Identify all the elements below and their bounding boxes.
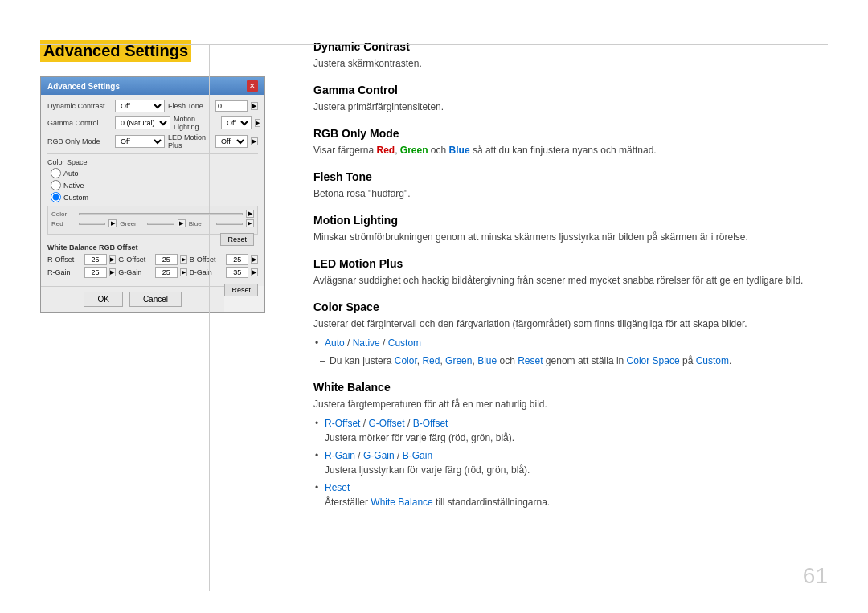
link-g-offset[interactable]: G-Offset (368, 418, 404, 429)
link-native[interactable]: Native (353, 337, 380, 349)
desc-flesh-tone: Betona rosa "hudfärg". (313, 186, 828, 201)
input-g-gain[interactable] (155, 267, 178, 278)
color-arrow[interactable]: ▶ (246, 210, 254, 218)
link-reset[interactable]: Reset (518, 355, 542, 366)
b-offset-arrow[interactable]: ▶ (251, 255, 258, 264)
radio-custom[interactable]: Custom (51, 192, 258, 202)
radio-native[interactable]: Native (51, 180, 258, 190)
vertical-divider (209, 44, 210, 591)
slider-green[interactable] (147, 223, 174, 225)
link-blue[interactable]: Blue (477, 355, 497, 366)
link-custom2[interactable]: Custom (696, 355, 729, 366)
link-r-offset[interactable]: R-Offset (325, 418, 360, 429)
desc-led-motion-plus: Avlägsnar suddighet och hackig bildåterg… (313, 273, 828, 288)
link-g-gain[interactable]: G-Gain (363, 450, 395, 461)
link-b-gain[interactable]: B-Gain (403, 450, 432, 461)
input-r-offset[interactable] (84, 254, 107, 265)
link-auto[interactable]: Auto (325, 337, 345, 349)
color-reset-button[interactable]: Reset (220, 233, 254, 246)
r-offset-arrow[interactable]: ▶ (109, 255, 117, 264)
link-b-offset[interactable]: B-Offset (413, 418, 448, 429)
led-motion-plus-arrow[interactable]: ▶ (251, 137, 258, 145)
select-dynamic-contrast[interactable]: Off (115, 100, 165, 112)
page-number: 61 (803, 563, 828, 589)
cancel-button[interactable]: Cancel (129, 292, 182, 307)
radio-input-native[interactable] (51, 180, 61, 190)
slider-row-color: Color ▶ (51, 210, 254, 218)
input-b-gain[interactable] (226, 267, 248, 278)
link-custom[interactable]: Custom (388, 337, 421, 349)
dialog-close-button[interactable]: ✕ (247, 80, 258, 92)
wb-reset-button[interactable]: Reset (224, 284, 258, 296)
section-color-space: Color Space Justerar det färgintervall o… (313, 300, 828, 368)
wb-row-gains: R-Gain ▶ G-Gain ▶ B-Gain ▶ (47, 267, 258, 278)
top-divider (40, 44, 828, 45)
label-dynamic-contrast: Dynamic Contrast (47, 102, 112, 110)
label-color: Color (51, 210, 76, 218)
desc-color-space: Justerar det färgintervall och den färgv… (313, 317, 828, 331)
g-offset-arrow[interactable]: ▶ (180, 255, 187, 264)
input-r-gain[interactable] (84, 267, 107, 278)
motion-lighting-arrow[interactable]: ▶ (255, 119, 260, 127)
section-gamma-control: Gamma Control Justera primärfärgintensit… (313, 84, 828, 114)
input-b-offset[interactable] (226, 254, 248, 265)
desc-dynamic-contrast: Justera skärmkontrasten. (313, 56, 828, 71)
section-rgb-only-mode: RGB Only Mode Visar färgerna Red, Green … (313, 127, 828, 157)
radio-auto[interactable]: Auto (51, 168, 258, 178)
select-motion-lighting[interactable]: Off (221, 116, 252, 129)
blue-arrow[interactable]: ▶ (246, 219, 254, 227)
heading-rgb-only-mode: RGB Only Mode (313, 127, 828, 140)
bullet-color-space-options: Auto / Native / Custom (313, 336, 828, 350)
b-gain-arrow[interactable]: ▶ (251, 268, 258, 276)
heading-white-balance: White Balance (313, 381, 828, 394)
bullet-wb-reset: Reset Återställer White Balance till sta… (313, 480, 828, 509)
slider-color[interactable] (79, 213, 243, 215)
label-flesh-tone: Flesh Tone (168, 102, 212, 110)
text-green: Green (400, 145, 428, 156)
link-green[interactable]: Green (445, 355, 472, 366)
desc-rgb-only-mode: Visar färgerna Red, Green och Blue så at… (313, 143, 828, 157)
input-g-offset[interactable] (155, 254, 178, 265)
link-wb-reset-text[interactable]: White Balance (371, 497, 432, 508)
radio-input-auto[interactable] (51, 168, 61, 178)
input-flesh-tone[interactable] (215, 100, 248, 112)
heading-flesh-tone: Flesh Tone (313, 170, 828, 183)
section-led-motion-plus: LED Motion Plus Avlägsnar suddighet och … (313, 257, 828, 288)
select-led-motion-plus[interactable]: Off (215, 135, 248, 148)
green-arrow[interactable]: ▶ (178, 219, 186, 227)
label-motion-lighting: Motion Lighting (174, 115, 218, 131)
left-panel: Advanced Settings Advanced Settings ✕ Dy… (40, 32, 289, 581)
radio-input-custom[interactable] (51, 192, 61, 202)
bullet-wb-offsets: R-Offset / G-Offset / B-Offset Justera m… (313, 416, 828, 445)
label-g-gain: G-Gain (118, 268, 153, 276)
link-color-space[interactable]: Color Space (627, 355, 680, 366)
label-led-motion-plus: LED Motion Plus (168, 133, 212, 149)
desc-wb-offset: Justera mörker för varje färg (röd, grön… (325, 432, 514, 443)
heading-color-space: Color Space (313, 300, 828, 313)
r-gain-arrow[interactable]: ▶ (109, 268, 117, 276)
ok-button[interactable]: OK (84, 292, 122, 307)
link-r-gain[interactable]: R-Gain (325, 450, 355, 461)
color-space-section-label: Color Space (47, 158, 258, 166)
section-motion-lighting: Motion Lighting Minskar strömförbrukning… (313, 214, 828, 244)
label-g-offset: G-Offset (118, 255, 153, 264)
dialog-row-dynamic-contrast: Dynamic Contrast Off Flesh Tone ▶ (47, 100, 258, 112)
heading-motion-lighting: Motion Lighting (313, 214, 828, 227)
red-arrow[interactable]: ▶ (108, 219, 117, 227)
desc-gamma-control: Justera primärfärgintensiteten. (313, 100, 828, 114)
link-red[interactable]: Red (422, 355, 440, 366)
heading-dynamic-contrast: Dynamic Contrast (313, 40, 828, 53)
link-color[interactable]: Color (395, 355, 417, 366)
g-gain-arrow[interactable]: ▶ (180, 268, 187, 276)
select-gamma[interactable]: 0 (Natural) (115, 116, 170, 129)
link-wb-reset[interactable]: Reset (325, 482, 350, 493)
section-flesh-tone: Flesh Tone Betona rosa "hudfärg". (313, 170, 828, 201)
wb-bullets: R-Offset / G-Offset / B-Offset Justera m… (313, 416, 828, 509)
flesh-tone-arrow[interactable]: ▶ (251, 102, 258, 110)
dialog-body: Dynamic Contrast Off Flesh Tone ▶ Gamma … (41, 95, 264, 286)
select-rgb-mode[interactable]: Off (115, 135, 165, 148)
slider-blue[interactable] (216, 223, 243, 225)
bullet-wb-gains: R-Gain / G-Gain / B-Gain Justera ljussty… (313, 448, 828, 477)
slider-red[interactable] (79, 223, 105, 225)
label-red: Red (51, 220, 76, 227)
